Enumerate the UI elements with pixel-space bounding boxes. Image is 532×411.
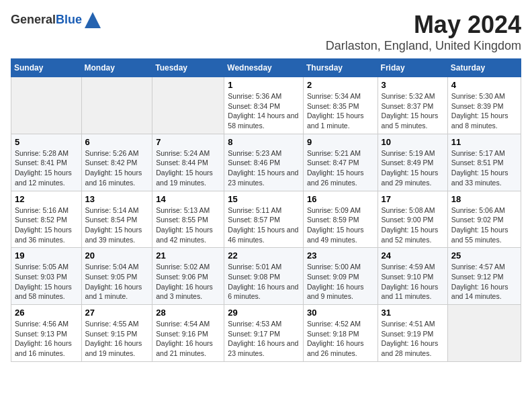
calendar-cell: 9Sunrise: 5:21 AMSunset: 8:47 PMDaylight… (303, 134, 378, 191)
day-number: 25 (451, 250, 517, 261)
day-number: 29 (228, 308, 300, 318)
calendar-cell: 31Sunrise: 4:51 AMSunset: 9:19 PMDayligh… (378, 305, 447, 362)
calendar-cell: 16Sunrise: 5:09 AMSunset: 8:59 PMDayligh… (303, 191, 378, 248)
calendar-week-row: 5Sunrise: 5:28 AMSunset: 8:41 PMDaylight… (11, 134, 521, 191)
logo: GeneralBlue (11, 11, 102, 30)
day-info: Sunrise: 4:51 AMSunset: 9:19 PMDaylight:… (382, 319, 444, 359)
calendar-cell: 3Sunrise: 5:32 AMSunset: 8:37 PMDaylight… (378, 77, 447, 134)
day-info: Sunrise: 5:04 AMSunset: 9:05 PMDaylight:… (85, 262, 149, 302)
calendar-cell: 28Sunrise: 4:54 AMSunset: 9:16 PMDayligh… (152, 305, 224, 362)
day-number: 8 (228, 137, 300, 147)
calendar-table: SundayMondayTuesdayWednesdayThursdayFrid… (11, 58, 521, 362)
svg-marker-0 (85, 12, 101, 28)
day-number: 16 (307, 194, 374, 204)
weekday-header: Thursday (303, 59, 378, 77)
subtitle: Darlaston, England, United Kingdom (326, 39, 521, 53)
calendar-week-row: 12Sunrise: 5:16 AMSunset: 8:52 PMDayligh… (11, 191, 521, 248)
day-info: Sunrise: 4:57 AMSunset: 9:12 PMDaylight:… (451, 262, 517, 302)
day-number: 11 (451, 137, 517, 147)
day-number: 21 (156, 250, 220, 261)
calendar-cell: 11Sunrise: 5:17 AMSunset: 8:51 PMDayligh… (447, 134, 521, 191)
calendar-cell: 25Sunrise: 4:57 AMSunset: 9:12 PMDayligh… (447, 248, 521, 305)
day-info: Sunrise: 5:21 AMSunset: 8:47 PMDaylight:… (307, 148, 374, 188)
calendar-cell: 18Sunrise: 5:06 AMSunset: 9:02 PMDayligh… (447, 191, 521, 248)
day-info: Sunrise: 5:17 AMSunset: 8:51 PMDaylight:… (451, 148, 517, 188)
day-number: 12 (15, 194, 78, 204)
weekday-header: Tuesday (152, 59, 224, 77)
calendar-cell: 19Sunrise: 5:05 AMSunset: 9:03 PMDayligh… (11, 248, 82, 305)
calendar-cell (81, 77, 152, 134)
logo-general: General (11, 13, 56, 26)
day-number: 13 (85, 194, 149, 204)
weekday-header-row: SundayMondayTuesdayWednesdayThursdayFrid… (11, 59, 521, 77)
day-number: 24 (382, 250, 444, 261)
day-number: 15 (228, 194, 300, 204)
day-info: Sunrise: 5:36 AMSunset: 8:34 PMDaylight:… (228, 91, 300, 131)
day-number: 22 (228, 250, 300, 261)
weekday-header: Sunday (11, 59, 82, 77)
calendar-cell: 24Sunrise: 4:59 AMSunset: 9:10 PMDayligh… (378, 248, 447, 305)
day-info: Sunrise: 5:24 AMSunset: 8:44 PMDaylight:… (156, 148, 220, 188)
title-block: May 2024 Darlaston, England, United King… (326, 11, 521, 53)
day-number: 26 (15, 308, 78, 318)
calendar-cell: 4Sunrise: 5:30 AMSunset: 8:39 PMDaylight… (447, 77, 521, 134)
day-number: 28 (156, 308, 220, 318)
day-info: Sunrise: 5:13 AMSunset: 8:55 PMDaylight:… (156, 205, 220, 245)
day-number: 14 (156, 194, 220, 204)
calendar-cell: 8Sunrise: 5:23 AMSunset: 8:46 PMDaylight… (224, 134, 304, 191)
day-info: Sunrise: 5:08 AMSunset: 9:00 PMDaylight:… (382, 205, 444, 245)
day-number: 31 (382, 308, 444, 318)
day-info: Sunrise: 5:26 AMSunset: 8:42 PMDaylight:… (85, 148, 149, 188)
day-info: Sunrise: 4:56 AMSunset: 9:13 PMDaylight:… (15, 319, 78, 359)
calendar-cell: 12Sunrise: 5:16 AMSunset: 8:52 PMDayligh… (11, 191, 82, 248)
calendar-cell: 13Sunrise: 5:14 AMSunset: 8:54 PMDayligh… (81, 191, 152, 248)
day-info: Sunrise: 4:59 AMSunset: 9:10 PMDaylight:… (382, 262, 444, 302)
calendar-cell: 26Sunrise: 4:56 AMSunset: 9:13 PMDayligh… (11, 305, 82, 362)
day-info: Sunrise: 5:14 AMSunset: 8:54 PMDaylight:… (85, 205, 149, 245)
calendar-cell (152, 77, 224, 134)
day-info: Sunrise: 5:28 AMSunset: 8:41 PMDaylight:… (15, 148, 78, 188)
day-info: Sunrise: 5:01 AMSunset: 9:08 PMDaylight:… (228, 262, 300, 302)
day-info: Sunrise: 4:53 AMSunset: 9:17 PMDaylight:… (228, 319, 300, 359)
day-info: Sunrise: 4:55 AMSunset: 9:15 PMDaylight:… (85, 319, 149, 359)
calendar-cell: 1Sunrise: 5:36 AMSunset: 8:34 PMDaylight… (224, 77, 304, 134)
logo-icon (83, 11, 102, 30)
day-number: 18 (451, 194, 517, 204)
weekday-header: Wednesday (224, 59, 304, 77)
calendar-cell: 21Sunrise: 5:02 AMSunset: 9:06 PMDayligh… (152, 248, 224, 305)
day-number: 1 (228, 80, 300, 90)
weekday-header: Monday (81, 59, 152, 77)
day-number: 10 (382, 137, 444, 147)
weekday-header: Friday (378, 59, 447, 77)
day-info: Sunrise: 5:34 AMSunset: 8:35 PMDaylight:… (307, 91, 374, 131)
day-info: Sunrise: 4:52 AMSunset: 9:18 PMDaylight:… (307, 319, 374, 359)
weekday-header: Saturday (447, 59, 521, 77)
day-info: Sunrise: 5:09 AMSunset: 8:59 PMDaylight:… (307, 205, 374, 245)
logo-blue: Blue (56, 13, 82, 26)
calendar-cell: 30Sunrise: 4:52 AMSunset: 9:18 PMDayligh… (303, 305, 378, 362)
day-number: 17 (382, 194, 444, 204)
calendar-cell (447, 305, 521, 362)
day-number: 20 (85, 250, 149, 261)
day-number: 30 (307, 308, 374, 318)
calendar-week-row: 19Sunrise: 5:05 AMSunset: 9:03 PMDayligh… (11, 248, 521, 305)
calendar-cell: 2Sunrise: 5:34 AMSunset: 8:35 PMDaylight… (303, 77, 378, 134)
calendar-cell: 7Sunrise: 5:24 AMSunset: 8:44 PMDaylight… (152, 134, 224, 191)
day-info: Sunrise: 5:06 AMSunset: 9:02 PMDaylight:… (451, 205, 517, 245)
day-info: Sunrise: 5:32 AMSunset: 8:37 PMDaylight:… (382, 91, 444, 131)
header-section: GeneralBlue May 2024 Darlaston, England,… (11, 11, 521, 53)
calendar-cell (11, 77, 82, 134)
calendar-cell: 14Sunrise: 5:13 AMSunset: 8:55 PMDayligh… (152, 191, 224, 248)
day-info: Sunrise: 5:05 AMSunset: 9:03 PMDaylight:… (15, 262, 78, 302)
calendar-cell: 5Sunrise: 5:28 AMSunset: 8:41 PMDaylight… (11, 134, 82, 191)
day-info: Sunrise: 5:11 AMSunset: 8:57 PMDaylight:… (228, 205, 300, 245)
day-info: Sunrise: 5:30 AMSunset: 8:39 PMDaylight:… (451, 91, 517, 131)
calendar-cell: 27Sunrise: 4:55 AMSunset: 9:15 PMDayligh… (81, 305, 152, 362)
main-title: May 2024 (326, 11, 521, 39)
calendar-cell: 22Sunrise: 5:01 AMSunset: 9:08 PMDayligh… (224, 248, 304, 305)
calendar-cell: 23Sunrise: 5:00 AMSunset: 9:09 PMDayligh… (303, 248, 378, 305)
day-number: 4 (451, 80, 517, 90)
calendar-week-row: 1Sunrise: 5:36 AMSunset: 8:34 PMDaylight… (11, 77, 521, 134)
calendar-cell: 20Sunrise: 5:04 AMSunset: 9:05 PMDayligh… (81, 248, 152, 305)
day-number: 6 (85, 137, 149, 147)
